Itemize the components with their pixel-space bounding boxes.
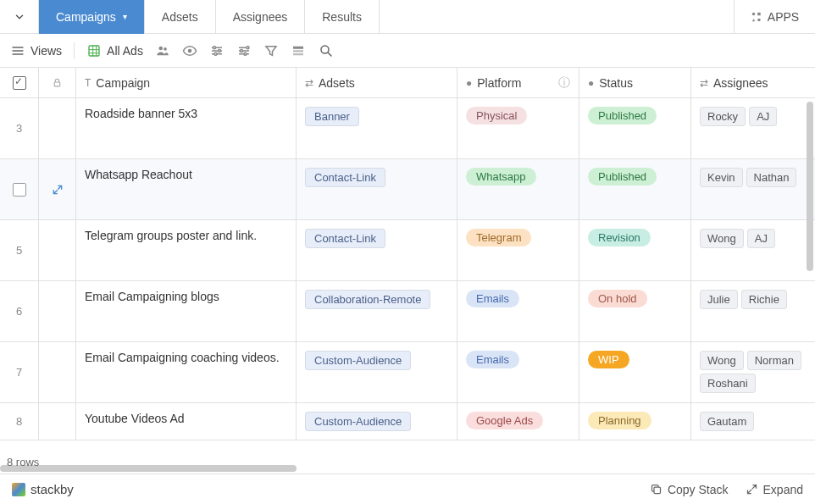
platform-cell[interactable]: Emails	[457, 342, 579, 402]
status-cell[interactable]: Published	[579, 98, 691, 158]
table-row[interactable]: 7Email Campaigning coaching videos.Custo…	[0, 342, 815, 403]
tab-assignees[interactable]: Assignees	[216, 0, 306, 34]
row-index-cell[interactable]: 6	[0, 281, 39, 341]
assignee-tag[interactable]: Gautam	[700, 412, 754, 431]
hamburger-icon	[10, 43, 25, 58]
campaign-cell[interactable]: Email Campaigning coaching videos.	[76, 342, 297, 402]
tab-campaigns[interactable]: Campaigns▾	[39, 0, 145, 34]
tables-dropdown[interactable]	[0, 0, 39, 34]
horizontal-scrollbar[interactable]	[0, 465, 805, 474]
assignee-tag[interactable]: AJ	[749, 107, 777, 126]
adsets-cell[interactable]: Banner	[297, 98, 457, 158]
adset-tag[interactable]: Contact-Link	[305, 229, 385, 248]
row-index-cell[interactable]: 7	[0, 342, 39, 402]
assignees-cell[interactable]: RockyAJ	[691, 98, 814, 158]
table-row[interactable]: 5Telegram groups poster and link.Contact…	[0, 220, 815, 281]
platform-cell[interactable]: Telegram	[457, 220, 579, 280]
tab-results[interactable]: Results	[305, 0, 380, 34]
assignee-tag[interactable]: Rocky	[700, 107, 746, 126]
header-status[interactable]: ●Status	[579, 68, 691, 97]
expand-row-icon[interactable]	[51, 183, 64, 197]
assignees-cell[interactable]: JulieRichie	[691, 281, 814, 341]
assignee-tag[interactable]: Roshani	[700, 374, 756, 393]
header-campaign[interactable]: TCampaign	[76, 68, 297, 97]
brand[interactable]: stackby	[12, 482, 74, 496]
row-index-cell[interactable]	[0, 159, 39, 219]
campaign-cell[interactable]: Telegram groups poster and link.	[76, 220, 297, 280]
tabs-container: Campaigns▾AdsetsAssigneesResults	[39, 0, 380, 34]
status-cell[interactable]: Planning	[579, 403, 691, 440]
assignees-cell[interactable]: WongAJ	[691, 220, 814, 280]
adsets-cell[interactable]: Custom-Audience	[297, 342, 457, 402]
all-ads-view[interactable]: All Ads	[86, 43, 143, 58]
funnel-icon[interactable]	[263, 43, 279, 58]
campaign-cell[interactable]: Whatsapp Reachout	[76, 159, 297, 219]
svg-point-11	[240, 49, 242, 52]
eye-icon[interactable]	[182, 43, 197, 58]
status-cell[interactable]: On hold	[579, 281, 691, 341]
expand-button[interactable]: Expand	[746, 483, 803, 496]
select-all-checkbox[interactable]	[13, 76, 26, 90]
assignee-tag[interactable]: AJ	[747, 229, 775, 248]
filter-sliders-icon[interactable]	[209, 43, 225, 58]
header-assignees[interactable]: ⇄Assignees	[691, 68, 814, 97]
platform-cell[interactable]: Physical	[457, 98, 579, 158]
adset-tag[interactable]: Custom-Audience	[305, 412, 411, 431]
h-scroll-thumb[interactable]	[0, 465, 297, 472]
row-expand-cell	[39, 403, 76, 440]
assignee-tag[interactable]: Richie	[741, 290, 787, 309]
adsets-cell[interactable]: Collaboration-Remote	[297, 281, 457, 341]
assignee-tag[interactable]: Wong	[700, 229, 744, 248]
campaign-cell[interactable]: Youtube Videos Ad	[76, 403, 297, 440]
adsets-cell[interactable]: Contact-Link	[297, 159, 457, 219]
row-index-cell[interactable]: 8	[0, 403, 39, 440]
expand-icon	[746, 483, 758, 496]
assignee-tag[interactable]: Nathan	[746, 168, 797, 187]
toolbar: Views All Ads	[0, 34, 815, 68]
assignee-tag[interactable]: Wong	[700, 351, 744, 370]
status-cell[interactable]: Published	[579, 159, 691, 219]
brand-logo-icon	[12, 483, 25, 496]
table-body[interactable]: 3Roadside banner 5x3BannerPhysicalPublis…	[0, 98, 815, 466]
adset-tag[interactable]: Banner	[305, 107, 359, 126]
adsets-cell[interactable]: Contact-Link	[297, 220, 457, 280]
assignee-tag[interactable]: Kevin	[700, 168, 743, 187]
adset-tag[interactable]: Custom-Audience	[305, 351, 411, 370]
tab-adsets[interactable]: Adsets	[145, 0, 216, 34]
adset-tag[interactable]: Contact-Link	[305, 168, 385, 187]
vertical-scrollbar-thumb[interactable]	[807, 102, 813, 271]
status-cell[interactable]: WIP	[579, 342, 691, 402]
info-icon[interactable]: ⓘ	[558, 75, 570, 91]
status-cell[interactable]: Revision	[579, 220, 691, 280]
table-row[interactable]: 6Email Campaigning blogsCollaboration-Re…	[0, 281, 815, 342]
copy-stack-button[interactable]: Copy Stack	[650, 483, 729, 496]
header-checkbox-cell[interactable]	[0, 68, 39, 97]
group-icon[interactable]	[236, 43, 252, 58]
assignee-tag[interactable]: Norman	[747, 351, 801, 370]
adsets-cell[interactable]: Custom-Audience	[297, 403, 457, 440]
header-adsets[interactable]: ⇄Adsets	[297, 68, 457, 97]
row-height-icon[interactable]	[291, 43, 306, 58]
row-index-cell[interactable]: 3	[0, 98, 39, 158]
platform-cell[interactable]: Emails	[457, 281, 579, 341]
assignee-tag[interactable]: Julie	[700, 290, 738, 309]
campaign-cell[interactable]: Email Campaigning blogs	[76, 281, 297, 341]
table-row[interactable]: Whatsapp ReachoutContact-LinkWhatsappPub…	[0, 159, 815, 220]
table-row[interactable]: 8Youtube Videos AdCustom-AudienceGoogle …	[0, 403, 815, 440]
adset-tag[interactable]: Collaboration-Remote	[305, 290, 430, 309]
people-icon[interactable]	[155, 43, 170, 58]
row-checkbox[interactable]	[13, 183, 26, 197]
assignees-cell[interactable]: Gautam	[691, 403, 814, 440]
table-row[interactable]: 3Roadside banner 5x3BannerPhysicalPublis…	[0, 98, 815, 159]
row-index-cell[interactable]: 5	[0, 220, 39, 280]
assignees-cell[interactable]: KevinNathan	[691, 159, 814, 219]
campaign-cell[interactable]: Roadside banner 5x3	[76, 98, 297, 158]
views-button[interactable]: Views	[10, 43, 62, 58]
grid-icon	[86, 43, 102, 58]
search-icon[interactable]	[318, 42, 335, 59]
apps-button[interactable]: APPS	[734, 0, 815, 34]
assignees-cell[interactable]: WongNormanRoshani	[691, 342, 814, 402]
platform-cell[interactable]: Google Ads	[457, 403, 579, 440]
header-platform[interactable]: ●Platformⓘ	[457, 68, 579, 97]
platform-cell[interactable]: Whatsapp	[457, 159, 579, 219]
